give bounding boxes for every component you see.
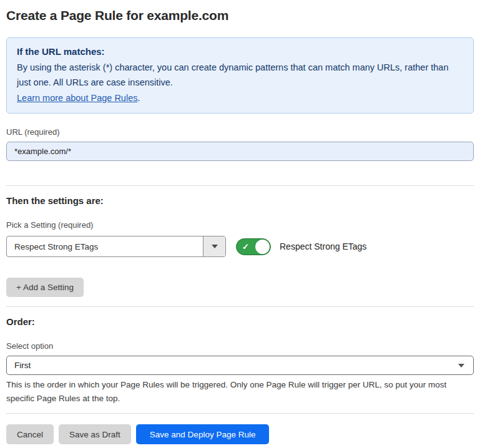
form-actions: Cancel Save as Draft Save and Deploy Pag… (6, 424, 474, 444)
chevron-down-icon (212, 245, 218, 248)
setting-select[interactable]: Respect Strong ETags (6, 236, 226, 257)
setting-select-dropdown-button[interactable] (203, 236, 225, 256)
page-rule-form: Create a Page Rule for example.com If th… (0, 7, 480, 444)
url-input[interactable] (6, 142, 474, 161)
pick-setting-label: Pick a Setting (required) (6, 220, 474, 230)
section-divider (6, 306, 474, 307)
url-field-label: URL (required) (6, 127, 474, 137)
order-help-text: This is the order in which your Page Rul… (6, 378, 471, 406)
link-suffix: . (137, 93, 140, 103)
order-select[interactable]: First (6, 356, 474, 375)
learn-more-link[interactable]: Learn more about Page Rules (17, 93, 137, 103)
check-icon: ✓ (242, 243, 249, 251)
setting-select-value: Respect Strong ETags (7, 236, 203, 256)
order-select-value: First (14, 361, 458, 370)
respect-strong-etags-toggle[interactable]: ✓ (236, 238, 271, 255)
chevron-down-icon (458, 364, 464, 368)
order-select-label: Select option (6, 341, 474, 351)
save-draft-button[interactable]: Save as Draft (59, 424, 131, 444)
settings-section-heading: Then the settings are: (6, 195, 474, 207)
toggle-label: Respect Strong ETags (280, 241, 366, 251)
page-title: Create a Page Rule for example.com (6, 7, 474, 24)
section-divider (6, 185, 474, 186)
url-match-info-box: If the URL matches: By using the asteris… (6, 37, 474, 114)
section-divider (6, 413, 474, 414)
save-deploy-button[interactable]: Save and Deploy Page Rule (136, 424, 270, 444)
toggle-knob (255, 240, 270, 254)
setting-row: Respect Strong ETags ✓ Respect Strong ET… (6, 236, 474, 257)
info-box-link-line: Learn more about Page Rules. (17, 90, 463, 106)
cancel-button[interactable]: Cancel (6, 424, 54, 444)
add-setting-button[interactable]: + Add a Setting (6, 278, 84, 297)
order-section-heading: Order: (6, 316, 474, 328)
info-box-heading: If the URL matches: (17, 44, 463, 60)
info-box-body: By using the asterisk (*) character, you… (17, 60, 463, 90)
